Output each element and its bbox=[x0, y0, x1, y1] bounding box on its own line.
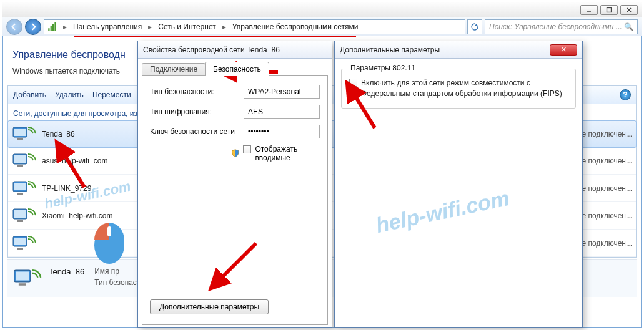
security-key-input[interactable]: •••••••• bbox=[244, 125, 320, 138]
label-encryption: Тип шифрования: bbox=[150, 107, 244, 116]
annotation-underline bbox=[74, 36, 356, 37]
svg-rect-27 bbox=[107, 226, 111, 236]
close-icon: ✕ bbox=[550, 44, 577, 56]
svg-rect-15 bbox=[14, 183, 26, 190]
network-status: е подключен... bbox=[582, 211, 632, 220]
label-security-key: Ключ безопасности сети bbox=[150, 127, 244, 136]
svg-rect-10 bbox=[17, 138, 23, 140]
svg-rect-7 bbox=[54, 22, 56, 31]
dialog-title: Свойства беспроводной сети Tenda_86 bbox=[143, 46, 280, 54]
dialog-titlebar: Дополнительные параметры ✕ bbox=[335, 41, 582, 59]
group-legend: Параметры 802.11 bbox=[348, 64, 418, 72]
wireless-icon bbox=[47, 22, 58, 32]
properties-dialog: Свойства беспроводной сети Tenda_86 Подк… bbox=[137, 41, 332, 328]
show-chars-checkbox[interactable]: Отображать вводимые bbox=[243, 145, 320, 162]
help-icon[interactable]: ? bbox=[620, 89, 631, 100]
network-name: TP-LINK_9729 bbox=[42, 184, 91, 193]
encryption-select[interactable]: AES bbox=[244, 105, 320, 119]
nav-back-button[interactable] bbox=[6, 19, 22, 35]
search-placeholder: Поиск: Управление беспроводными ... bbox=[489, 22, 622, 31]
selected-name: Tenda_86 bbox=[49, 266, 84, 278]
dialog-title: Дополнительные параметры bbox=[340, 46, 440, 54]
tab-security[interactable]: Безопасность bbox=[205, 62, 269, 76]
svg-rect-4 bbox=[48, 28, 49, 31]
toolbar-remove[interactable]: Удалить bbox=[55, 90, 84, 99]
crumb-wireless-mgmt[interactable]: Управление беспроводными сетями bbox=[229, 20, 362, 34]
tab-panel-security: Тип безопасности: WPA2-Personal Тип шифр… bbox=[142, 75, 328, 325]
search-icon: 🔍 bbox=[624, 22, 633, 31]
crumb-network[interactable]: Сеть и Интернет bbox=[154, 20, 219, 34]
network-icon bbox=[12, 178, 37, 199]
refresh-button[interactable] bbox=[467, 19, 482, 34]
svg-rect-6 bbox=[52, 24, 54, 31]
crumb-control-panel[interactable]: Панель управления bbox=[69, 20, 146, 34]
svg-rect-9 bbox=[14, 129, 26, 136]
network-icon bbox=[12, 150, 37, 172]
network-icon bbox=[12, 266, 42, 291]
window-titlebar bbox=[2, 2, 642, 17]
chevron-right-icon: ▸ bbox=[61, 22, 69, 31]
network-icon bbox=[12, 233, 37, 254]
checkbox-icon bbox=[349, 79, 357, 87]
mouse-icon bbox=[91, 215, 128, 265]
breadcrumb-box[interactable]: ▸ Панель управления ▸ Сеть и Интернет ▸ … bbox=[44, 19, 465, 34]
chevron-right-icon: ▸ bbox=[146, 22, 154, 31]
selected-meta-1: Имя пр bbox=[94, 266, 137, 277]
dialog-titlebar: Свойства беспроводной сети Tenda_86 bbox=[138, 41, 332, 59]
minimize-button[interactable] bbox=[580, 5, 598, 15]
group-80211: Параметры 802.11 Включить для этой сети … bbox=[341, 69, 576, 109]
selected-meta-2: Тип безопас bbox=[94, 277, 137, 288]
svg-rect-22 bbox=[17, 248, 23, 250]
label-security-type: Тип безопасности: bbox=[150, 87, 244, 96]
svg-rect-5 bbox=[51, 26, 52, 31]
close-button[interactable] bbox=[620, 5, 638, 15]
nav-forward-button[interactable] bbox=[25, 19, 41, 35]
network-status: е подключен... bbox=[582, 239, 632, 248]
fips-checkbox[interactable]: Включить для этой сети режим совместимос… bbox=[349, 78, 568, 99]
checkbox-icon bbox=[243, 145, 251, 153]
toolbar-move[interactable]: Перемести bbox=[92, 90, 131, 99]
network-icon bbox=[12, 124, 37, 145]
network-icon bbox=[12, 205, 37, 226]
svg-rect-18 bbox=[14, 210, 26, 218]
maximize-button[interactable] bbox=[600, 5, 618, 15]
svg-rect-13 bbox=[17, 165, 23, 167]
svg-rect-16 bbox=[17, 193, 23, 195]
svg-rect-25 bbox=[19, 283, 26, 286]
svg-rect-1 bbox=[607, 7, 612, 12]
svg-rect-12 bbox=[14, 155, 26, 163]
advanced-settings-button[interactable]: Дополнительные параметры bbox=[150, 299, 269, 314]
network-name: Tenda_86 bbox=[42, 130, 75, 138]
dialog-close-button[interactable]: ✕ bbox=[550, 44, 577, 56]
advanced-dialog: Дополнительные параметры ✕ Параметры 802… bbox=[334, 41, 583, 328]
chevron-right-icon: ▸ bbox=[220, 22, 229, 31]
network-name: asus_help-wifi_com bbox=[42, 157, 107, 165]
security-type-select[interactable]: WPA2-Personal bbox=[244, 85, 320, 99]
network-status: е подключен... bbox=[582, 184, 632, 193]
toolbar-add[interactable]: Добавить bbox=[13, 90, 46, 99]
network-status: е подключен... bbox=[582, 130, 632, 138]
shield-icon bbox=[231, 148, 239, 158]
svg-rect-21 bbox=[14, 238, 26, 245]
network-status: е подключен... bbox=[582, 157, 632, 165]
svg-rect-19 bbox=[17, 220, 23, 222]
search-input[interactable]: Поиск: Управление беспроводными ... 🔍 bbox=[485, 19, 638, 34]
address-bar: ▸ Панель управления ▸ Сеть и Интернет ▸ … bbox=[2, 17, 642, 36]
svg-rect-24 bbox=[16, 271, 29, 280]
